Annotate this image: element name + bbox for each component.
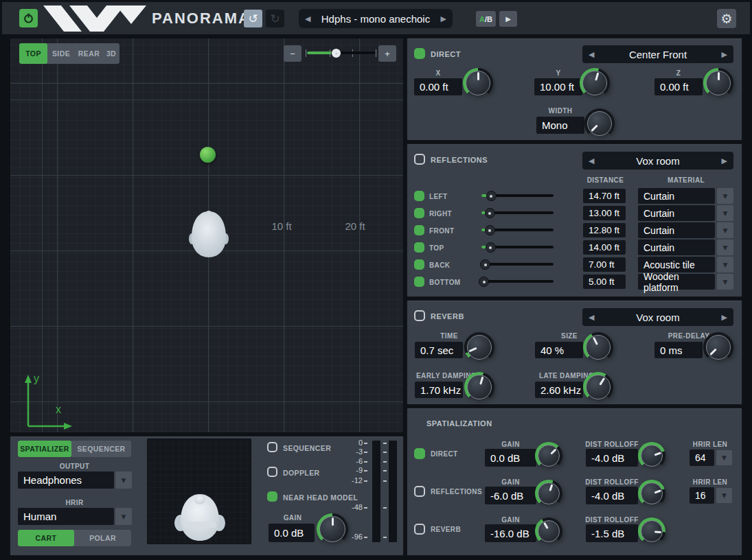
spat-reflections-gain-value[interactable]: -6.0 dB xyxy=(485,487,536,504)
spat-reverb-checkbox[interactable] xyxy=(414,524,425,535)
x-knob[interactable] xyxy=(463,68,493,98)
size-knob[interactable] xyxy=(583,332,613,362)
reflection-right-material-dropdown-icon[interactable]: ▼ xyxy=(717,205,733,221)
undo-button[interactable]: ↺ xyxy=(244,10,262,27)
output-select[interactable]: Headphones xyxy=(18,471,114,489)
predelay-value[interactable]: 0 ms xyxy=(654,342,703,358)
tab-rear[interactable]: REAR xyxy=(75,43,103,64)
time-value[interactable]: 0.7 sec xyxy=(415,342,463,358)
spat-reflections-hrir-value[interactable]: 16 xyxy=(690,487,714,504)
spat-direct-gain-knob[interactable] xyxy=(535,442,562,469)
reflection-front-material[interactable]: Curtain xyxy=(638,222,715,238)
tab-spatializer[interactable]: SPATIALIZER xyxy=(18,441,71,457)
width-knob[interactable] xyxy=(584,108,615,139)
gain-value[interactable]: 0.0 dB xyxy=(269,524,315,542)
doppler-checkbox[interactable] xyxy=(267,467,277,477)
reflection-right-checkbox[interactable] xyxy=(414,208,424,218)
play-button[interactable]: ▶ xyxy=(499,11,517,27)
spat-reflections-rolloff-knob[interactable] xyxy=(638,480,665,507)
reflections-preset-prev-icon[interactable]: ◀ xyxy=(589,152,594,170)
spat-reflections-gain-knob[interactable] xyxy=(535,480,562,507)
reverb-preset-prev-icon[interactable]: ◀ xyxy=(589,308,594,326)
reflection-right-material[interactable]: Curtain xyxy=(638,205,715,221)
width-value[interactable]: Mono xyxy=(536,117,584,134)
reflection-top-material-dropdown-icon[interactable]: ▼ xyxy=(717,240,733,255)
zoom-slider[interactable] xyxy=(307,48,376,58)
tab-side[interactable]: SIDE xyxy=(47,43,75,64)
settings-button[interactable]: ⚙ xyxy=(717,9,736,28)
source-ball[interactable] xyxy=(200,147,216,163)
predelay-knob[interactable] xyxy=(703,332,733,362)
power-button[interactable] xyxy=(19,9,38,27)
ab-button[interactable]: A/B xyxy=(476,11,496,27)
preset-selector[interactable]: ◀ Hdphs - mono anechoic ▶ xyxy=(299,9,453,28)
reflection-left-slider[interactable] xyxy=(481,191,554,201)
late-damping-knob[interactable] xyxy=(583,372,613,402)
early-damping-value[interactable]: 1.70 kHz xyxy=(415,382,463,398)
reflection-back-checkbox[interactable] xyxy=(414,259,424,270)
size-value[interactable]: 40 % xyxy=(535,342,583,358)
z-value[interactable]: 0.00 ft xyxy=(654,78,703,95)
spat-reverb-rolloff-value[interactable]: -1.5 dB xyxy=(586,524,638,542)
spat-reverb-gain-value[interactable]: -16.0 dB xyxy=(485,524,536,542)
tab-sequencer[interactable]: SEQUENCER xyxy=(71,441,131,457)
reflection-bottom-material-dropdown-icon[interactable]: ▼ xyxy=(717,274,733,290)
redo-button[interactable]: ↻ xyxy=(266,10,284,27)
reflection-back-material-dropdown-icon[interactable]: ▼ xyxy=(717,257,733,272)
spat-direct-hrir-dropdown-icon[interactable]: ▼ xyxy=(716,450,732,465)
late-damping-value[interactable]: 2.60 kHz xyxy=(535,382,583,398)
spat-direct-rolloff-knob[interactable] xyxy=(638,442,665,469)
tab-3d[interactable]: 3D xyxy=(103,43,119,64)
reflection-bottom-slider[interactable] xyxy=(481,277,554,287)
reflection-front-slider[interactable] xyxy=(481,225,554,235)
direct-checkbox[interactable] xyxy=(414,48,425,59)
hrir-dropdown-icon[interactable]: ▼ xyxy=(115,508,132,525)
early-damping-knob[interactable] xyxy=(464,372,494,402)
direct-preset-next-icon[interactable]: ▶ xyxy=(722,45,727,63)
y-knob[interactable] xyxy=(580,68,610,98)
spat-reverb-rolloff-knob[interactable] xyxy=(638,517,665,545)
reflection-top-checkbox[interactable] xyxy=(414,242,424,253)
near-head-model-checkbox[interactable] xyxy=(267,491,277,502)
reflection-front-checkbox[interactable] xyxy=(414,225,424,235)
reflection-back-distance[interactable]: 7.00 ft xyxy=(583,257,626,272)
time-knob[interactable] xyxy=(464,332,494,362)
reflections-checkbox[interactable] xyxy=(414,154,425,165)
direct-preset-prev-icon[interactable]: ◀ xyxy=(589,45,594,63)
spat-reflections-rolloff-value[interactable]: -4.0 dB xyxy=(586,487,638,504)
reflections-preset-selector[interactable]: ◀ Vox room ▶ xyxy=(582,152,733,170)
sequencer-checkbox[interactable] xyxy=(267,442,277,452)
reverb-preset-next-icon[interactable]: ▶ xyxy=(722,308,727,326)
zoom-in-button[interactable]: + xyxy=(378,45,396,62)
tab-top[interactable]: TOP xyxy=(19,43,47,64)
spat-direct-checkbox[interactable] xyxy=(414,448,425,459)
reflection-right-slider[interactable] xyxy=(481,208,554,218)
reflection-right-distance[interactable]: 13.00 ft xyxy=(583,206,626,220)
spat-direct-hrir-value[interactable]: 64 xyxy=(690,450,714,466)
x-value[interactable]: 0.00 ft xyxy=(414,78,462,95)
spat-reflections-hrir-dropdown-icon[interactable]: ▼ xyxy=(716,488,732,503)
reflection-front-distance[interactable]: 12.80 ft xyxy=(583,223,626,237)
zoom-slider-handle[interactable] xyxy=(331,48,341,58)
reflection-left-material[interactable]: Curtain xyxy=(638,188,715,204)
reflections-preset-next-icon[interactable]: ▶ xyxy=(722,152,727,170)
spat-reverb-gain-knob[interactable] xyxy=(535,517,562,545)
preset-prev-icon[interactable]: ◀ xyxy=(305,9,310,28)
reflection-bottom-checkbox[interactable] xyxy=(414,277,424,287)
y-value[interactable]: 10.00 ft xyxy=(534,78,582,95)
reflection-bottom-distance[interactable]: 5.00 ft xyxy=(583,275,626,289)
reflection-left-checkbox[interactable] xyxy=(414,191,424,201)
reflection-left-distance[interactable]: 14.70 ft xyxy=(583,189,626,203)
reflection-bottom-material[interactable]: Wooden platform xyxy=(638,274,715,290)
reflection-top-slider[interactable] xyxy=(481,242,554,253)
tab-polar[interactable]: POLAR xyxy=(74,530,131,546)
reflection-top-distance[interactable]: 14.00 ft xyxy=(583,240,626,255)
scene-view[interactable]: TOP SIDE REAR 3D − + xyxy=(10,38,404,433)
reverb-checkbox[interactable] xyxy=(414,310,425,321)
z-knob[interactable] xyxy=(703,68,733,98)
reverb-preset-selector[interactable]: ◀ Vox room ▶ xyxy=(582,308,733,326)
reflection-front-material-dropdown-icon[interactable]: ▼ xyxy=(717,222,733,238)
spat-direct-gain-value[interactable]: 0.0 dB xyxy=(485,449,536,467)
spat-direct-rolloff-value[interactable]: -4.0 dB xyxy=(586,449,638,467)
reflection-top-material[interactable]: Curtain xyxy=(638,240,715,255)
